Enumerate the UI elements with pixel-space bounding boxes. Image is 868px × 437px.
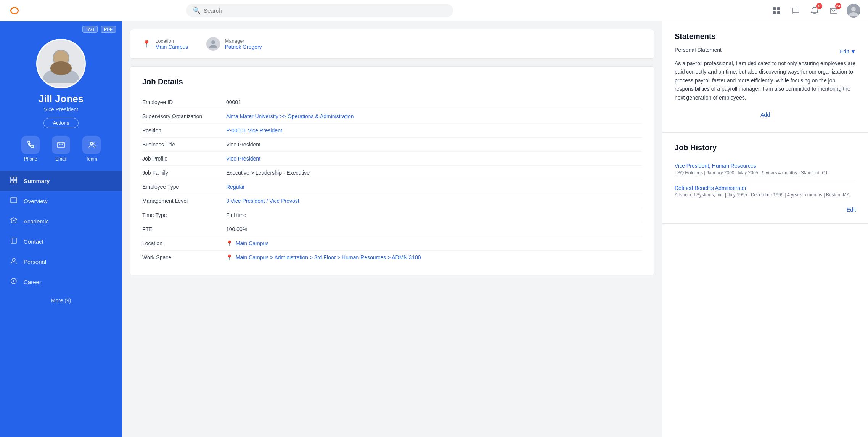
notifications-badge: 5 xyxy=(816,3,822,9)
job-field-value[interactable]: Vice President xyxy=(226,156,642,162)
manager-label: Manager xyxy=(225,38,262,44)
more-nav-items[interactable]: More (9) xyxy=(42,292,80,309)
notifications-button[interactable]: 5 xyxy=(809,5,821,17)
apps-button[interactable] xyxy=(770,5,783,17)
job-field-label: Job Family xyxy=(142,170,226,176)
job-field-value[interactable]: Regular xyxy=(226,184,642,190)
topnav-actions: 5 24 xyxy=(770,4,860,18)
job-details-row: Management Level3 Vice President / Vice … xyxy=(142,194,642,208)
job-details-row: Work Space📍 Main Campus > Administration… xyxy=(142,251,642,264)
svg-rect-4 xyxy=(777,11,780,14)
job-history-role[interactable]: Vice President, Human Resources xyxy=(675,163,856,169)
job-field-label: Position xyxy=(142,127,226,133)
personal-statement-label: Personal Statement xyxy=(675,47,722,53)
career-label: Career xyxy=(24,279,41,285)
job-history-section: Job History Vice President, Human Resour… xyxy=(662,133,868,224)
inbox-badge: 24 xyxy=(835,3,841,9)
phone-icon xyxy=(21,136,40,154)
job-field-value[interactable]: Alma Mater University >> Operations & Ad… xyxy=(226,113,642,119)
sidebar-item-overview[interactable]: Overview xyxy=(0,191,122,211)
pdf-button[interactable]: PDF xyxy=(101,26,116,33)
svg-point-7 xyxy=(851,7,856,11)
job-details-row: Employee ID00001 xyxy=(142,95,642,109)
job-details-row: Supervisory OrganizationAlma Mater Unive… xyxy=(142,109,642,124)
main-panel: 📍 Location Main Campus Manager Patrick G… xyxy=(122,21,662,437)
job-history-edit-button[interactable]: Edit xyxy=(847,207,856,213)
svg-rect-2 xyxy=(777,7,780,10)
svg-point-0 xyxy=(8,4,21,18)
job-field-label: Location xyxy=(142,240,226,246)
job-fields-container: Employee ID00001Supervisory Organization… xyxy=(142,95,642,264)
svg-rect-19 xyxy=(11,198,17,203)
job-field-value[interactable]: 📍 Main Campus xyxy=(226,240,642,246)
user-avatar[interactable] xyxy=(847,4,860,18)
overview-icon xyxy=(9,196,18,206)
svg-point-23 xyxy=(12,258,15,261)
overview-label: Overview xyxy=(24,198,48,204)
job-details-title: Job Details xyxy=(142,77,642,86)
statements-section: Statements Personal Statement Edit ▼ As … xyxy=(662,21,868,133)
phone-contact[interactable]: Phone xyxy=(21,136,40,162)
team-contact[interactable]: Team xyxy=(82,136,101,162)
job-details-row: Business TitleVice President xyxy=(142,138,642,152)
job-history-footer: Edit xyxy=(675,202,856,213)
team-icon xyxy=(82,136,101,154)
job-field-label: Supervisory Organization xyxy=(142,113,226,119)
svg-rect-16 xyxy=(14,177,17,180)
add-statement-button[interactable]: Add xyxy=(675,108,856,122)
job-field-label: Employee Type xyxy=(142,184,226,190)
statements-edit-button[interactable]: Edit ▼ xyxy=(840,48,856,55)
job-history-container: Vice President, Human ResourcesLSQ Holdi… xyxy=(675,158,856,202)
search-input[interactable] xyxy=(204,7,446,14)
job-history-detail: Advanced Systems, Inc. | July 1995 · Dec… xyxy=(675,192,856,198)
job-field-value: Executive > Leadership - Executive xyxy=(226,170,642,176)
tag-button[interactable]: TAG xyxy=(82,26,98,33)
manager-value[interactable]: Patrick Gregory xyxy=(225,44,262,50)
workday-logo[interactable] xyxy=(8,4,21,18)
search-bar[interactable]: 🔍 xyxy=(186,4,453,17)
job-details-row: FTE100.00% xyxy=(142,222,642,236)
svg-point-11 xyxy=(50,61,72,75)
location-manager-card: 📍 Location Main Campus Manager Patrick G… xyxy=(130,29,654,59)
email-contact[interactable]: Email xyxy=(52,136,70,162)
inbox-button[interactable]: 24 xyxy=(828,5,840,17)
profile-photo xyxy=(36,39,86,88)
job-history-detail: LSQ Holdings | January 2000 · May 2005 |… xyxy=(675,170,856,175)
personal-icon xyxy=(9,257,18,267)
sidebar-item-contact[interactable]: Contact xyxy=(0,231,122,252)
summary-icon xyxy=(9,176,18,186)
sidebar-item-career[interactable]: Career xyxy=(0,272,122,292)
job-history-item: Vice President, Human ResourcesLSQ Holdi… xyxy=(675,158,856,180)
email-icon xyxy=(52,136,70,154)
job-details-row: Location📍 Main Campus xyxy=(142,236,642,251)
location-pin-icon: 📍 xyxy=(142,40,151,48)
statements-header: Personal Statement Edit ▼ xyxy=(675,47,856,56)
contact-icons: Phone Email Team xyxy=(21,136,101,162)
svg-rect-18 xyxy=(14,180,17,183)
actions-button[interactable]: Actions xyxy=(43,118,79,128)
phone-label: Phone xyxy=(24,156,37,162)
contact-label: Contact xyxy=(24,238,43,245)
job-history-item: Defined Benefits AdministratorAdvanced S… xyxy=(675,180,856,202)
job-field-value[interactable]: P-00001 Vice President xyxy=(226,127,642,133)
job-field-value[interactable]: 📍 Main Campus > Administration > 3rd Flo… xyxy=(226,254,642,260)
job-details-row: Job FamilyExecutive > Leadership - Execu… xyxy=(142,166,642,180)
job-field-label: Management Level xyxy=(142,198,226,204)
job-details-row: Job ProfileVice President xyxy=(142,152,642,166)
main-layout: TAG PDF Jill Jones Vice President Action… xyxy=(0,21,868,437)
job-details-row: PositionP-00001 Vice President xyxy=(142,124,642,138)
search-icon: 🔍 xyxy=(193,7,201,14)
job-history-role[interactable]: Defined Benefits Administrator xyxy=(675,185,856,191)
svg-rect-17 xyxy=(11,180,13,183)
sidebar-item-summary[interactable]: Summary xyxy=(0,171,122,191)
svg-point-27 xyxy=(211,40,215,44)
sidebar-item-personal[interactable]: Personal xyxy=(0,252,122,272)
location-value[interactable]: Main Campus xyxy=(155,44,188,50)
sidebar-item-academic[interactable]: Academic xyxy=(0,211,122,231)
job-details-row: Time TypeFull time xyxy=(142,208,642,222)
sidebar-top-actions: TAG PDF xyxy=(0,21,122,33)
job-field-value[interactable]: 3 Vice President / Vice Provost xyxy=(226,198,642,204)
chat-button[interactable] xyxy=(789,5,802,17)
right-panel: Statements Personal Statement Edit ▼ As … xyxy=(662,21,868,437)
job-details-row: Employee TypeRegular xyxy=(142,180,642,194)
